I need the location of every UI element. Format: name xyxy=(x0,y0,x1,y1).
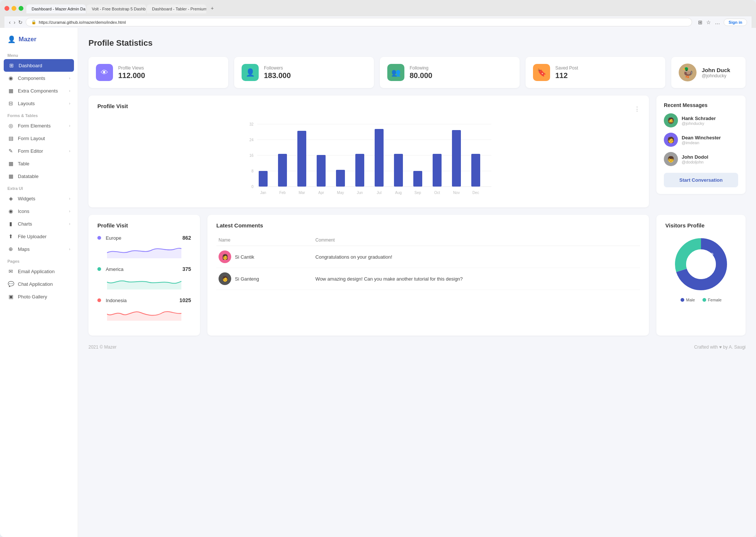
sidebar-item-table[interactable]: ▦ Table xyxy=(0,157,78,170)
sidebar-item-charts[interactable]: ▮ Charts › xyxy=(0,217,78,230)
stat-value-following: 80.000 xyxy=(410,71,432,80)
sidebar-item-form-layout[interactable]: ▤ Form Layout xyxy=(0,132,78,145)
url-bar[interactable]: 🔒 https://zuramai.github.io/mazer/demo/i… xyxy=(26,18,692,26)
male-dot xyxy=(681,298,684,302)
forward-button[interactable]: › xyxy=(14,19,16,25)
stat-label-profile-views: Profile Views xyxy=(118,65,145,71)
msg-avatar-1: 🧑 xyxy=(664,133,678,147)
stat-value-followers: 183.000 xyxy=(264,71,291,80)
tab-1[interactable]: Dashboard - Mazer Admin Da... ✕ xyxy=(26,4,86,13)
reload-button[interactable]: ↻ xyxy=(18,19,23,25)
form-editor-icon: ✎ xyxy=(7,148,14,154)
chevron-icon-7: › xyxy=(69,209,70,213)
main-content: Profile Statistics 👁 Profile Views 112.0… xyxy=(78,28,756,537)
form-elements-icon: ◎ xyxy=(7,123,14,129)
back-button[interactable]: ‹ xyxy=(9,19,11,25)
indonesia-label: Indonesia xyxy=(106,298,126,303)
message-item-2[interactable]: 👦 John Dodol @dodoljohn xyxy=(664,152,738,166)
visit-item-america: America 375 xyxy=(97,266,191,291)
message-item-0[interactable]: 🧔 Hank Schrader @johnducky xyxy=(664,113,738,127)
more-icon[interactable]: … xyxy=(715,19,720,25)
comment-user-1: 🧑 Si Ganteng xyxy=(216,268,313,290)
sidebar-item-widgets[interactable]: ◈ Widgets › xyxy=(0,192,78,205)
sidebar-item-table-label: Table xyxy=(18,161,29,166)
visitors-title: Visitors Profile xyxy=(665,222,737,229)
table-row: 🧑 Si Ganteng Wow amazing design! Can you… xyxy=(216,268,640,290)
new-tab-button[interactable]: + xyxy=(207,3,217,13)
stat-value-saved-post: 112 xyxy=(555,71,578,80)
maximize-button[interactable] xyxy=(19,6,23,11)
sidebar-item-form-elements[interactable]: ◎ Form Elements › xyxy=(0,119,78,132)
chart-title: Profile Visit xyxy=(97,103,128,109)
sidebar-item-extra-components-label: Extra Components xyxy=(18,88,58,94)
sidebar-item-email-label: Email Application xyxy=(18,269,55,274)
user-avatar: 🦆 xyxy=(679,64,697,81)
bar-chart-svg: 32 24 16 8 0 xyxy=(97,120,640,198)
tab-2[interactable]: Volt - Free Bootstrap 5 Dashb... ✕ xyxy=(87,4,146,13)
svg-rect-19 xyxy=(433,154,442,187)
comment-avatar-1: 🧑 xyxy=(219,272,231,285)
stat-value-profile-views: 112.000 xyxy=(118,71,145,80)
msg-name-0: Hank Schrader xyxy=(682,116,716,121)
stat-card-followers: 👤 Followers 183.000 xyxy=(234,57,374,88)
stat-label-saved-post: Saved Post xyxy=(555,65,578,71)
svg-text:Aug: Aug xyxy=(395,191,402,195)
america-label: America xyxy=(106,266,123,272)
profile-visit-chart-card: Profile Visit ⋮ 32 24 16 8 0 xyxy=(88,96,649,207)
minimize-button[interactable] xyxy=(12,6,16,11)
right-panel: Recent Messages 🧔 Hank Schrader @johnduc… xyxy=(656,96,746,207)
stat-label-followers: Followers xyxy=(264,65,291,71)
chart-menu-icon[interactable]: ⋮ xyxy=(634,106,640,113)
sidebar-item-dashboard[interactable]: ⊞ Dashboard xyxy=(4,59,74,72)
brand[interactable]: 👤 Mazer xyxy=(0,34,78,49)
msg-name-2: John Dodol xyxy=(682,154,708,160)
charts-icon: ▮ xyxy=(7,221,14,227)
sidebar-item-maps-label: Maps xyxy=(18,246,30,252)
stat-card-following: 👥 Following 80.000 xyxy=(380,57,520,88)
sidebar-item-maps[interactable]: ⊕ Maps › xyxy=(0,243,78,255)
sidebar-item-icons[interactable]: ◉ Icons › xyxy=(0,205,78,217)
svg-text:May: May xyxy=(337,191,344,195)
chevron-icon-6: › xyxy=(69,197,70,201)
user-handle: @johnducky xyxy=(702,73,730,78)
sidebar-item-gallery[interactable]: ▣ Photo Gallery xyxy=(0,290,78,303)
svg-text:Mar: Mar xyxy=(298,191,305,195)
svg-text:8: 8 xyxy=(251,169,253,173)
datatable-icon: ▦ xyxy=(7,173,14,179)
col-comment: Comment xyxy=(313,234,640,246)
sidebar-item-extra-components[interactable]: ▦ Extra Components › xyxy=(0,84,78,97)
sidebar-item-components[interactable]: ◉ Components › xyxy=(0,72,78,84)
sidebar-item-file-uploader[interactable]: ⬆ File Uploader xyxy=(0,230,78,243)
close-button[interactable] xyxy=(4,6,9,11)
svg-text:Nov: Nov xyxy=(453,191,460,195)
extensions-icon[interactable]: ⊞ xyxy=(698,19,702,25)
svg-text:Jan: Jan xyxy=(260,191,266,195)
europe-value: 862 xyxy=(182,235,191,241)
sidebar-item-layouts[interactable]: ⊟ Layouts › xyxy=(0,97,78,110)
comment-name-0: Si Cantik xyxy=(235,254,254,260)
sidebar-item-datatable[interactable]: ▦ Datatable xyxy=(0,170,78,182)
donut-chart: 70.0% 30.0% xyxy=(665,234,737,294)
start-conversation-button[interactable]: Start Conversation xyxy=(664,173,738,187)
sidebar-item-form-editor-label: Form Editor xyxy=(18,148,43,154)
svg-rect-12 xyxy=(297,131,306,187)
stats-section: 👁 Profile Views 112.000 👤 Followers 183.… xyxy=(88,57,746,88)
chevron-icon-9: › xyxy=(69,247,70,251)
sidebar-item-chat-label: Chat Application xyxy=(18,281,53,287)
tab-3[interactable]: Dashboard - Tabler - Premium... ✕ xyxy=(147,4,206,13)
dashboard-icon: ⊞ xyxy=(8,62,15,68)
indonesia-value: 1025 xyxy=(180,297,191,303)
sidebar-item-form-editor[interactable]: ✎ Form Editor › xyxy=(0,145,78,157)
message-item-1[interactable]: 🧑 Dean Winchester @imdean xyxy=(664,133,738,147)
profile-visit-region-title: Profile Visit xyxy=(97,222,191,229)
bookmark-icon[interactable]: ☆ xyxy=(706,19,711,25)
sidebar-item-chat[interactable]: 💬 Chat Application xyxy=(0,278,78,290)
svg-rect-10 xyxy=(259,171,268,187)
footer-left: 2021 © Mazer xyxy=(88,344,117,350)
signin-button[interactable]: Sign in xyxy=(724,19,747,26)
extra-components-icon: ▦ xyxy=(7,88,14,94)
sidebar-item-layouts-label: Layouts xyxy=(18,101,35,106)
sidebar-item-email[interactable]: ✉ Email Application xyxy=(0,265,78,278)
msg-handle-1: @imdean xyxy=(682,140,721,145)
user-name: John Duck xyxy=(702,67,730,73)
